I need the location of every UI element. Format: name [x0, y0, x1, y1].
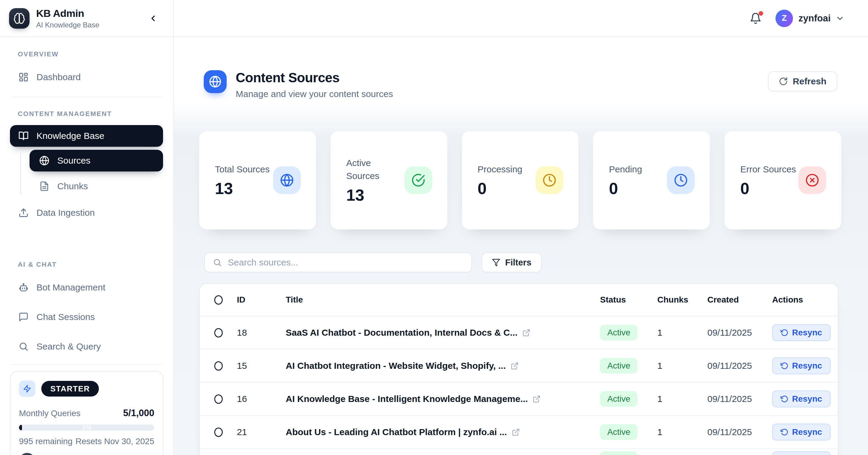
notifications-button[interactable]	[749, 12, 762, 24]
search-input[interactable]	[228, 257, 463, 267]
app-subtitle: AI Knowledge Base	[36, 21, 99, 29]
resync-button[interactable]: Resync	[772, 424, 831, 441]
page-title: Content Sources	[236, 70, 393, 85]
knowledge-base-subitems: Sources Chunks	[30, 150, 163, 197]
row-created: 09/11/2025	[707, 394, 772, 404]
refresh-button[interactable]: Refresh	[768, 71, 837, 91]
refresh-label: Refresh	[793, 76, 827, 87]
plan-badge: STARTER	[41, 381, 99, 396]
sidebar-item-bot-management[interactable]: Bot Management	[10, 276, 163, 299]
sidebar-item-label: Data Ingestion	[36, 207, 95, 218]
message-square-icon	[19, 312, 29, 322]
app-logo	[9, 8, 30, 29]
rotate-ccw-icon	[781, 362, 788, 370]
column-header-title: Title	[286, 295, 600, 305]
globe-icon	[39, 156, 50, 166]
row-chunks: 1	[657, 328, 707, 338]
row-checkbox[interactable]	[214, 328, 223, 337]
brain-icon	[13, 12, 25, 24]
sidebar-item-dashboard[interactable]: Dashboard	[10, 65, 163, 89]
row-chunks: 1	[657, 361, 707, 371]
status-badge: Active	[600, 424, 638, 440]
row-created: 09/11/2025	[707, 328, 772, 338]
sidebar-divider	[11, 97, 162, 97]
sidebar-item-search-query[interactable]: Search & Query	[10, 335, 163, 358]
zap-icon	[19, 381, 35, 397]
user-name: zynfoai	[798, 13, 831, 24]
row-checkbox[interactable]	[214, 394, 223, 404]
table-row: 21 About Us - Leading AI Chatbot Platfor…	[200, 416, 838, 449]
main-content: Content Sources Manage and view your con…	[174, 37, 868, 455]
avatar	[19, 453, 35, 455]
stat-value: 13	[346, 186, 447, 204]
sidebar-item-data-ingestion[interactable]: Data Ingestion	[10, 201, 163, 225]
chevron-down-icon	[835, 14, 844, 23]
page-subtitle: Manage and view your content sources	[236, 89, 393, 99]
user-menu[interactable]: Z zynfoai	[775, 10, 844, 27]
sidebar-item-label: Knowledge Base	[36, 131, 104, 141]
resync-button[interactable]: Resync	[772, 324, 831, 341]
column-header-chunks: Chunks	[657, 295, 707, 305]
topbar: Z zynfoai	[174, 0, 868, 37]
row-chunks: 1	[657, 427, 707, 437]
column-header-actions: Actions	[772, 295, 838, 305]
sidebar-divider	[11, 364, 162, 365]
rotate-ccw-icon	[781, 395, 788, 403]
stat-card-active-sources: Active Sources 13	[330, 131, 447, 230]
status-badge: Active	[600, 391, 638, 407]
resync-label: Resync	[792, 361, 822, 370]
resync-button[interactable]: Resync	[772, 357, 831, 374]
table-row: 18 SaaS AI Chatbot - Documentation, Inte…	[200, 316, 838, 350]
book-open-icon	[19, 131, 29, 141]
rotate-ccw-icon	[781, 428, 788, 436]
bot-icon	[19, 282, 29, 293]
column-header-created: Created	[707, 295, 772, 305]
resync-button[interactable]: Resync	[772, 451, 831, 455]
usage-label: Monthly Queries	[19, 409, 81, 418]
stat-label: Active Sources	[346, 156, 395, 183]
resync-button[interactable]: Resync	[772, 391, 831, 408]
clock-icon	[667, 166, 695, 194]
external-link-icon[interactable]	[510, 362, 519, 370]
nav-section-overview: OVERVIEW	[18, 50, 163, 58]
usage-progress-bar: 1%	[19, 425, 154, 431]
sidebar-collapse-button[interactable]	[149, 14, 158, 23]
sidebar-item-label: Search & Query	[36, 342, 101, 352]
usage-value: 5/1,000	[123, 408, 154, 419]
x-circle-icon	[798, 166, 826, 194]
sidebar-item-label: Bot Management	[36, 282, 105, 293]
stats-row: Total Sources 13 Active Sources 13	[199, 131, 841, 230]
plan-usage-row: Monthly Queries 5/1,000	[19, 408, 154, 419]
external-link-icon[interactable]	[522, 329, 530, 337]
remaining-label: 995 remaining	[19, 436, 72, 446]
row-title: AI Knowledge Base - Intelligent Knowledg…	[286, 394, 528, 404]
resync-label: Resync	[792, 328, 822, 337]
sidebar-item-label: Chunks	[57, 181, 88, 191]
row-id: 18	[237, 328, 286, 338]
row-created: 09/11/2025	[707, 361, 772, 371]
search-icon	[19, 342, 29, 352]
select-all-checkbox[interactable]	[214, 295, 223, 305]
sidebar-item-knowledge-base[interactable]: Knowledge Base	[10, 125, 163, 147]
sidebar-item-chunks[interactable]: Chunks	[30, 175, 163, 197]
table-row: Active Resync	[200, 449, 838, 455]
kb-admin-app: KB Admin AI Knowledge Base OVERVIEW Dash…	[0, 0, 868, 455]
row-chunks: 1	[657, 394, 707, 404]
row-checkbox[interactable]	[214, 428, 223, 437]
row-id: 16	[237, 394, 286, 404]
row-title: About Us - Leading AI Chatbot Platform |…	[286, 427, 507, 437]
file-text-icon	[39, 181, 50, 191]
sidebar-nav: OVERVIEW Dashboard CONTENT MANAGEMENT	[0, 37, 173, 365]
resync-label: Resync	[792, 427, 822, 437]
filters-button[interactable]: Filters	[482, 253, 541, 272]
upload-icon	[19, 207, 29, 218]
sidebar-item-chat-sessions[interactable]: Chat Sessions	[10, 305, 163, 329]
external-link-icon[interactable]	[532, 395, 541, 403]
row-checkbox[interactable]	[214, 361, 223, 370]
table-row: 15 AI Chatbot Integration - Website Widg…	[200, 350, 838, 383]
plan-usage-card: STARTER Monthly Queries 5/1,000 1% 995 r…	[10, 371, 163, 455]
external-link-icon[interactable]	[512, 428, 520, 436]
page-title-block: Content Sources Manage and view your con…	[236, 70, 393, 99]
row-created: 09/11/2025	[707, 427, 772, 437]
sidebar-item-sources[interactable]: Sources	[30, 150, 163, 171]
